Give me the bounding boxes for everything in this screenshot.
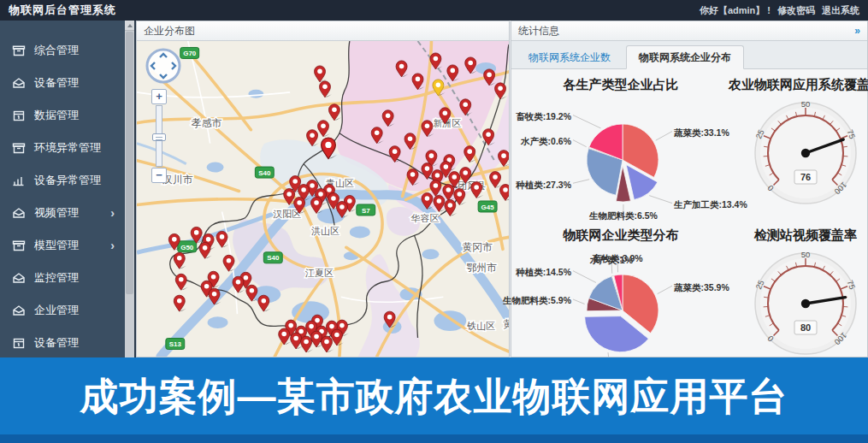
map-pin[interactable] [315, 66, 327, 82]
change-password-link[interactable]: 修改密码 [777, 4, 815, 17]
map-pin[interactable] [331, 329, 343, 346]
inbox-icon [12, 304, 26, 317]
gauge-2-cell: 检测站视频覆盖率 025507510080 [729, 220, 868, 370]
sidebar-item-6[interactable]: 视频管理› [0, 197, 125, 229]
tab-enterprise-distribution[interactable]: 物联网系统企业分布 [626, 45, 744, 69]
app-title: 物联网后台管理系统 [9, 3, 116, 18]
map-pin[interactable] [175, 274, 187, 290]
pie-label-line [573, 299, 585, 304]
sidebar-edge [134, 21, 136, 357]
sidebar-item-label: 监控管理 [34, 270, 106, 286]
sidebar-scrollbar[interactable] [125, 21, 134, 357]
svg-text:S40: S40 [267, 254, 280, 262]
map-panel-header: 企业分布图 [137, 21, 509, 41]
map-pin[interactable] [216, 231, 228, 247]
pie-label-line [573, 140, 587, 147]
gauge-1-cell: 农业物联网应用系统覆盖率 025507510076 [729, 69, 868, 220]
map-pin[interactable] [454, 189, 466, 205]
map-pin[interactable] [328, 104, 340, 121]
sidebar-item-3[interactable]: 数据管理 [0, 99, 125, 132]
sidebar-item-8[interactable]: 监控管理 [0, 262, 125, 294]
zoom-in-button[interactable]: + [151, 89, 167, 104]
inbox-icon [12, 206, 26, 220]
pie-label-line [658, 286, 672, 293]
gauge-2: 025507510080 [737, 244, 868, 368]
sidebar-item-label: 企业管理 [34, 303, 106, 318]
map-pan-control[interactable] [145, 47, 182, 88]
gauge-tick-label: 50 [801, 250, 811, 259]
map-pin[interactable] [445, 199, 457, 216]
map-place-label: 洪山区 [311, 226, 340, 236]
sidebar-item-2[interactable]: 设备管理 [0, 67, 125, 99]
pie-slice-label: 畜牧类:19.2% [516, 111, 571, 121]
sidebar-item-label: 模型管理 [34, 238, 102, 253]
zoom-out-button[interactable]: − [151, 168, 167, 183]
inbox-icon [12, 76, 26, 90]
storage-box-icon [12, 239, 26, 252]
sidebar-item-1[interactable]: 综合管理 [0, 34, 125, 67]
chevron-right-icon: › [110, 239, 118, 252]
inbox-icon [12, 271, 26, 285]
map-pin[interactable] [258, 295, 270, 311]
map-pin[interactable] [301, 336, 313, 352]
gauge-1-title: 农业物联网应用系统覆盖率 [729, 77, 868, 93]
scrollbar-thumb[interactable] [126, 32, 133, 294]
map-pin[interactable] [499, 151, 509, 167]
sidebar-item-10[interactable]: 设备管理 [0, 327, 125, 357]
stats-panel: 统计信息 » 物联网系统企业数 物联网系统企业分布 各生产类型企业占比 蔬菜类:… [511, 21, 868, 357]
road-badge: S40 [263, 252, 282, 263]
road-badge: S40 [255, 167, 274, 178]
sidebar-item-5[interactable]: 设备异常管理 [0, 164, 125, 197]
map-pin[interactable] [320, 81, 332, 97]
pie-slice-label: 畜牧类:3.9% [593, 253, 644, 263]
map-pin[interactable] [490, 172, 502, 188]
map-pin[interactable] [500, 185, 509, 201]
calendar-icon [12, 109, 26, 122]
pie-slice-label: 生物肥料类:5.9% [502, 295, 572, 305]
map-pin[interactable] [199, 242, 211, 258]
sidebar-item-label: 设备异常管理 [34, 173, 106, 188]
map-pin[interactable] [233, 276, 245, 292]
sidebar: 综合管理设备管理数据管理环境异常管理设备异常管理视频管理›模型管理›监控管理企业… [0, 21, 125, 357]
pie-slice-label: 水产类:0.6% [520, 136, 572, 146]
pie-label-line [649, 196, 672, 204]
sidebar-item-4[interactable]: 环境异常管理 [0, 132, 125, 164]
gauge-2-title: 检测站视频覆盖率 [754, 227, 857, 244]
stats-panel-header: 统计信息 » [511, 21, 867, 41]
chevron-right-icon: › [110, 206, 118, 220]
map-panel: 企业分布图 G70S40S7G45G50S40S13孝感市汉川市新洲区青山区汉阳… [136, 21, 510, 357]
sidebar-item-9[interactable]: 企业管理 [0, 294, 125, 327]
zoom-slider-thumb[interactable] [152, 133, 166, 141]
charts-grid: 各生产类型企业占比 蔬菜类:33.1%生产加工类:13.4%生物肥料类:6.5%… [511, 69, 867, 370]
pie-label-line [573, 271, 596, 283]
map-pin[interactable] [174, 295, 186, 311]
storage-box-icon [12, 141, 26, 155]
pie-label-line [656, 132, 672, 141]
gauge-value: 76 [800, 172, 811, 182]
logout-link[interactable]: 退出系统 [822, 4, 859, 17]
zoom-slider-track[interactable] [156, 105, 162, 167]
svg-text:S40: S40 [258, 169, 271, 177]
app-window: 物联网后台管理系统 你好【admin】 ! 修改密码 退出系统 综合管理设备管理… [0, 0, 868, 443]
pie-chart-1-title: 各生产类型企业占比 [564, 77, 679, 93]
map-pin[interactable] [318, 121, 330, 137]
scroll-up-arrow-icon[interactable] [125, 21, 134, 31]
tab-enterprise-count[interactable]: 物联网系统企业数 [517, 46, 623, 68]
stats-panel-title: 统计信息 [518, 21, 559, 40]
svg-text:G50: G50 [180, 244, 194, 251]
map-canvas[interactable]: G70S40S7G45G50S40S13孝感市汉川市新洲区青山区汉阳区洪山区江夏… [137, 41, 509, 357]
map-pin[interactable] [471, 182, 483, 198]
sidebar-item-7[interactable]: 模型管理› [0, 229, 125, 262]
collapse-panel-icon[interactable]: » [854, 21, 860, 40]
pie-chart-2-title: 物联网企业类型分布 [564, 227, 679, 244]
map-pin[interactable] [174, 252, 186, 269]
map-body: G70S40S7G45G50S40S13孝感市汉川市新洲区青山区汉阳区洪山区江夏… [137, 41, 509, 357]
pie-chart-1-cell: 各生产类型企业占比 蔬菜类:33.1%生产加工类:13.4%生物肥料类:6.5%… [513, 69, 729, 220]
map-pin[interactable] [322, 336, 334, 352]
sidebar-item-label: 设备管理 [34, 335, 106, 351]
svg-text:S7: S7 [362, 207, 370, 215]
pie-label-line [573, 115, 600, 128]
map-place-label: 汉阳区 [273, 209, 301, 219]
pie-slice-label: 种植类:27.3% [515, 180, 571, 190]
map-pin[interactable] [495, 83, 507, 99]
